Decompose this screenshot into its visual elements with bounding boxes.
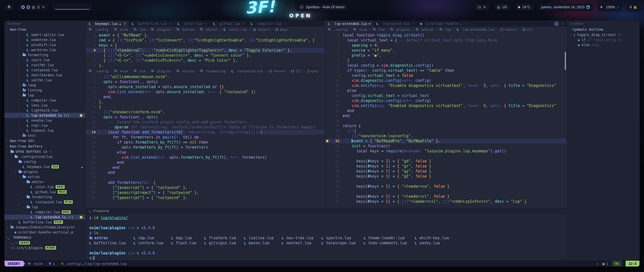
- code-line[interactable]: 14 vim.diagnostic.config(opts: config): [325, 98, 567, 103]
- buffer-item[interactable]: rustywind.lua#726: [5, 199, 85, 205]
- code-line[interactable]: 22 end: [86, 170, 325, 175]
- code-line[interactable]: 6 }: [325, 58, 567, 63]
- section-neotree-buffers[interactable]: ▾Neo-Tree Buffers: [5, 144, 85, 149]
- tree-item[interactable]: rustfmt.lua: [5, 62, 85, 67]
- buffer-item[interactable]: lsp-extended.lu[+]: [5, 215, 85, 220]
- code-line[interactable]: 27 keys[#keys + 1] = { "gr", false }: [325, 164, 567, 169]
- scrollbar-handle[interactable]: [565, 52, 566, 70]
- listing-entry[interactable]: theme-loader.lua: [364, 235, 407, 241]
- breadcrumb-item[interactable]: nvim: [114, 28, 128, 31]
- tabpage-1[interactable]: 1: [554, 21, 559, 26]
- window-title-widget[interactable]: [52, 3, 92, 11]
- code-line[interactable]: 34 keys[#keys + 1] = { [1]"<leader>cil",…: [325, 199, 567, 204]
- code-line[interactable]: 19 vim.list_extend(dst: opts.formatters_…: [86, 155, 325, 160]
- buffer-item[interactable]: ▾lsp: [5, 205, 85, 210]
- tree-item[interactable]: rustywind.lua: [5, 67, 85, 73]
- breadcrumb-item[interactable]: []return: [269, 69, 285, 73]
- tab-lsp-extended-lua[interactable]: lsp-extended.lua●: [325, 21, 373, 27]
- music-widget[interactable]: ♪ Spiritbox - Rule Of Nines: [296, 3, 348, 11]
- code-line[interactable]: 33 keys[#keys + 1] = { "<leader>cl", fal…: [325, 194, 567, 199]
- code-line[interactable]: 5 prefix = "●",: [325, 53, 567, 58]
- tree-item[interactable]: ▾lsp: [5, 93, 85, 98]
- buffer-item[interactable]: keymaps.lua#10▲: [5, 164, 85, 169]
- tree-item[interactable]: shellharden.lua: [5, 73, 85, 78]
- code-line[interactable]: 4 source = "if_many",: [325, 48, 567, 53]
- code-line[interactable]: 28 keys[#keys + 1] = { "gy", false }: [325, 169, 567, 174]
- tree-item[interactable]: ▸lang: [5, 83, 85, 88]
- breadcrumb-item[interactable]: {}[2]: [291, 69, 301, 73]
- listing-entry[interactable]: spectre.lua: [321, 235, 355, 241]
- listing-entry[interactable]: which-key.lua: [415, 235, 449, 241]
- buffer-item[interactable]: color.lua#493: [5, 184, 85, 189]
- section-neotree[interactable]: ▾Neo-Tree: [5, 27, 85, 32]
- updates-widget[interactable]: 11↻: [474, 3, 489, 11]
- tab-bufferline-lua[interactable]: bufferline.lua×: [129, 21, 175, 27]
- close-tab-icon[interactable]: ×: [412, 22, 414, 26]
- outline-item[interactable]: ◈ifif type(config.vi: [567, 37, 639, 42]
- tree-item[interactable]: lightbulb.lua: [5, 108, 85, 113]
- breadcrumb-item[interactable]: formatting: [200, 69, 226, 73]
- code-line[interactable]: 23 init = function(): [325, 144, 567, 149]
- menu-icon[interactable]: ☰: [37, 5, 40, 9]
- code-area[interactable]: 3event = { "BufRead" },4cmd = { [1]"CccP…: [86, 32, 325, 68]
- code-line[interactable]: 32: [325, 189, 567, 194]
- code-line[interactable]: 3event = { "BufRead" },: [86, 33, 325, 38]
- code-line[interactable]: 15 vim.notify(msg: "Enabled diagnostics …: [325, 103, 567, 108]
- code-line[interactable]: 31 keys[#keys + 1] = { "<leader>ca", fal…: [325, 184, 567, 189]
- buffer-item[interactable]: ▾extras: [5, 174, 85, 179]
- cpu-gauge-icon[interactable]: [21, 6, 25, 9]
- code-line[interactable]: 2 local virtual_text = { -- Default virt…: [325, 38, 567, 43]
- code-line[interactable]: 5keys = {: [86, 43, 325, 48]
- code-line[interactable]: 8},: [86, 99, 325, 105]
- code-line[interactable]: 17 opts.formatters_by_ft[ft] = formatter…: [86, 145, 325, 150]
- date-widget[interactable]: jueves, noviembre 16, 2023: [538, 3, 593, 11]
- section-symbols-outline[interactable]: ▾Symbols Outline: [567, 27, 639, 32]
- listing-entry[interactable]: todo-comments.lua: [364, 241, 407, 246]
- listing-entry[interactable]: bufferline.lua: [89, 241, 126, 246]
- breadcrumb-item[interactable]: {}return: [253, 28, 269, 31]
- listing-entry[interactable]: mason.lua: [244, 241, 273, 246]
- code-line[interactable]: 13 ---@param tbl table<string, conform.F…: [86, 125, 325, 130]
- weather-widget[interactable]: 24°C: [515, 3, 533, 11]
- listing-entry[interactable]: extras: [89, 235, 126, 241]
- breadcrumb-item[interactable]: extras: [177, 69, 194, 73]
- breadcrumb-item[interactable]: lsp-extended.lua: [457, 28, 494, 31]
- code-line[interactable]: 15 for ft, formatters in pairs(t: tbl) d…: [86, 135, 325, 140]
- buffer-item[interactable]: ▾.config/nvim/lua: [5, 154, 85, 159]
- tree-item[interactable]: repl.lua: [5, 123, 85, 128]
- code-line[interactable]: 10 [1]"stevearc/conform.nvim",: [86, 110, 325, 115]
- code-line[interactable]: 26 keys[#keys + 1] = { "gd", false }: [325, 159, 567, 164]
- mem-gauge-icon[interactable]: [27, 6, 30, 9]
- tree-item[interactable]: neodim.lua: [5, 118, 85, 123]
- code-line[interactable]: 11 opts = function(_, opts): [86, 115, 325, 120]
- buffer-item[interactable]: ▸Juegos/Indies/SteamLibrary/st: [5, 225, 85, 230]
- tab-keymaps-lua[interactable]: keymaps.lua▲3: [86, 21, 129, 27]
- breadcrumb-item[interactable]: plugins: [390, 28, 410, 31]
- breadcrumb-item[interactable]: extras: [177, 28, 194, 31]
- close-tab-icon[interactable]: ×: [243, 22, 245, 26]
- breadcrumb-item[interactable]: lsp: [439, 28, 451, 31]
- code-line[interactable]: 16 if opts.formatters_by_ft[ft] == nil t…: [86, 140, 325, 145]
- code-line[interactable]: 1local function toggle_diag_virtext(): [325, 33, 567, 38]
- listing-entry[interactable]: neo-tree.lua: [282, 235, 313, 241]
- tab-color-lua[interactable]: color.lua×: [175, 21, 210, 27]
- code-line[interactable]: 19return {: [325, 123, 567, 128]
- tree-item[interactable]: lsp-extended.lu[+]: [5, 113, 85, 118]
- listing-entry[interactable]: gitsigns.lua: [204, 241, 236, 246]
- tree-item[interactable]: sqlfmt.lua: [5, 78, 85, 83]
- tree-item[interactable]: ▸linting: [5, 88, 85, 93]
- listing-entry[interactable]: yanky.lua: [415, 241, 449, 246]
- code-line[interactable]: 29 keys[#keys + 1] = { "gI", false }: [325, 174, 567, 179]
- tab-github-lua[interactable]: github.lua×: [210, 21, 248, 27]
- buffer-item[interactable]: bufferline.lua#328: [5, 220, 85, 225]
- code-line[interactable]: 26 ["javascriptreact"] = { "rustywind" }…: [86, 190, 325, 195]
- code-line[interactable]: 6 { [1]"<leader>uC", [2]"<cmd>CccHighlig…: [86, 48, 325, 53]
- tabpage-2[interactable]: 2: [560, 21, 565, 26]
- outline-item[interactable]: ◈elseelse: [567, 42, 639, 47]
- code-line[interactable]: 20 [1]{: [325, 128, 567, 133]
- code-line[interactable]: 14 local function add_formatters(tbl :ta…: [86, 130, 325, 135]
- tree-item[interactable]: compiler.lua: [5, 98, 85, 103]
- workspace-widget[interactable]: 9▦: [626, 3, 640, 11]
- breadcrumb-item[interactable]: .config: [89, 69, 108, 73]
- edit-icon[interactable]: ✎: [42, 5, 45, 9]
